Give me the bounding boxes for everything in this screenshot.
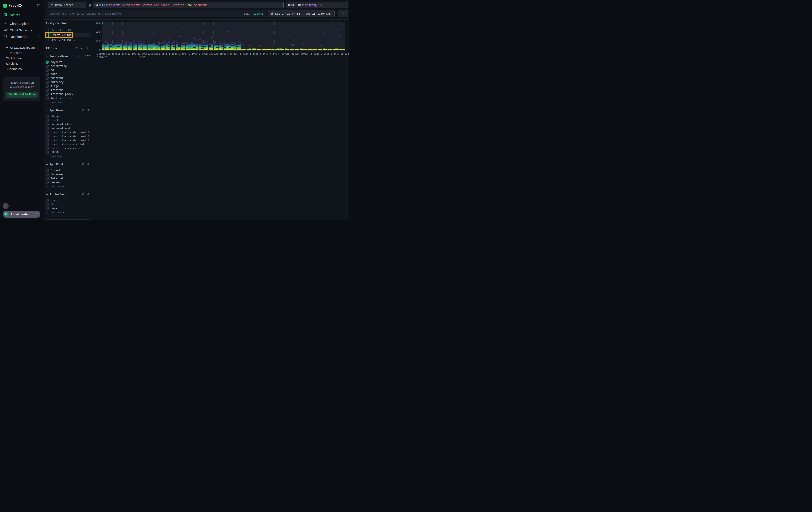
brand[interactable]: HyperDX — [3, 4, 22, 7]
order-by-input[interactable]: ORDER BY Timestamp DESC — [286, 2, 348, 8]
show-more-button[interactable]: Load more — [46, 184, 90, 188]
checkbox[interactable] — [46, 135, 49, 138]
checkbox[interactable] — [46, 115, 49, 118]
filter-option-internal[interactable]: Internal — [46, 176, 90, 180]
filter-option-documentload[interactable]: documentLoad — [46, 126, 90, 130]
filter-group-name[interactable]: StatusCode — [50, 193, 80, 196]
search-input[interactable] — [50, 12, 244, 16]
filter-option-error-the-credit-card[interactable]: Error: The credit card (… — [46, 130, 90, 134]
show-more-button[interactable]: Show more — [46, 154, 90, 158]
collapse-sidebar-icon[interactable] — [37, 4, 40, 7]
clear-all-filters[interactable]: Clear all — [76, 47, 90, 50]
checkbox[interactable] — [46, 89, 49, 92]
checkbox[interactable]: ✓ — [46, 61, 49, 64]
sidebar-item-chart-explorer[interactable]: Chart Explorer — [0, 21, 44, 27]
checkbox[interactable] — [46, 127, 49, 130]
chevron-down-icon[interactable] — [46, 193, 48, 196]
filter-option-consumer[interactable]: Consumer — [46, 172, 90, 176]
pin-icon[interactable] — [77, 55, 80, 58]
checkbox[interactable] — [46, 85, 49, 88]
sidebar-preset-services[interactable]: Services — [0, 61, 44, 66]
filter-option-payment[interactable]: ✓payment — [46, 60, 90, 64]
filter-option-frontend[interactable]: frontend — [46, 88, 90, 92]
sidebar-item-search[interactable]: Search — [0, 11, 44, 18]
search-icon[interactable] — [82, 109, 85, 112]
filter-group-name[interactable]: SpanName — [50, 109, 80, 112]
show-more-button[interactable]: Load more — [46, 210, 90, 214]
clear-filter-button[interactable]: Clear — [82, 55, 90, 58]
checkbox[interactable] — [46, 123, 49, 126]
filter-option-checkout[interactable]: checkout — [46, 76, 90, 80]
user-menu[interactable]: U Local mode — [3, 211, 40, 218]
checkbox[interactable] — [46, 151, 49, 154]
create-dashboard-button[interactable]: Create Dashboard — [0, 45, 44, 50]
chevron-down-icon[interactable] — [46, 163, 48, 166]
pin-icon[interactable] — [87, 163, 90, 166]
analysis-option-event-deltas[interactable]: Event Deltas — [46, 32, 90, 37]
filter-option-currency[interactable]: currency — [46, 80, 90, 84]
chevron-down-icon[interactable] — [46, 55, 48, 57]
filter-group-name[interactable]: ServiceName — [50, 55, 70, 58]
checkbox[interactable] — [46, 77, 49, 80]
run-query-button[interactable] — [338, 10, 348, 17]
checkbox[interactable] — [46, 119, 49, 122]
checkbox[interactable] — [46, 65, 49, 68]
filter-option-eventlistener-error[interactable]: eventListener.error — [46, 146, 90, 150]
get-started-button[interactable]: Get Started for Free — [6, 92, 38, 98]
source-select[interactable]: Demo Traces — [48, 2, 86, 8]
select-clause-input[interactable]: SELECT Timestamp, ServiceName, StatusCod… — [93, 2, 284, 8]
checkbox[interactable] — [46, 177, 49, 180]
filter-option-click[interactable]: click — [46, 118, 90, 122]
checkbox[interactable] — [46, 73, 49, 76]
search-icon[interactable] — [82, 163, 85, 166]
checkbox[interactable] — [46, 93, 49, 96]
filter-option-accounting[interactable]: accounting — [46, 64, 90, 68]
filter-option-flagd[interactable]: flagd — [46, 84, 90, 88]
filter-option-error[interactable]: Error — [46, 198, 90, 203]
filter-option-documentfetch[interactable]: documentFetch — [46, 122, 90, 126]
checkbox[interactable] — [46, 207, 49, 210]
filter-option-server[interactable]: Server — [46, 180, 90, 184]
filter-option-load-generator[interactable]: load-generator — [46, 96, 90, 100]
checkbox[interactable] — [46, 81, 49, 84]
show-more-button[interactable]: Show more — [46, 100, 90, 104]
checkbox[interactable] — [46, 147, 49, 150]
language-sql[interactable]: SQL — [244, 12, 249, 16]
checkbox[interactable] — [46, 173, 49, 176]
filter-option-cart[interactable]: cart — [46, 72, 90, 76]
chevron-down-icon[interactable] — [46, 109, 48, 111]
pin-icon[interactable] — [87, 109, 90, 112]
search-icon[interactable] — [72, 55, 75, 58]
heatmap-canvas[interactable] — [102, 22, 345, 51]
checkbox[interactable] — [46, 203, 49, 206]
filter-option-unset[interactable]: Unset — [46, 206, 90, 210]
filter-option-change[interactable]: change — [46, 114, 90, 118]
time-range-picker[interactable]: Sep 14 22:04:35 - Sep 15 10:04:35 — [268, 10, 335, 17]
checkbox[interactable] — [46, 97, 49, 100]
filter-option-client[interactable]: Client — [46, 168, 90, 172]
sidebar-preset-kubernetes[interactable]: Kubernetes — [0, 66, 44, 72]
filter-option-error-visa-cache-full[interactable]: Error: Visa cache full: … — [46, 142, 90, 146]
checkbox[interactable] — [46, 139, 49, 142]
sidebar-item-client-sessions[interactable]: Client Sessions — [0, 27, 44, 33]
filter-option-error-the-credit-card[interactable]: Error: The credit card (… — [46, 138, 90, 142]
checkbox[interactable] — [46, 143, 49, 146]
checkbox[interactable] — [46, 169, 49, 172]
search-icon[interactable] — [82, 193, 85, 196]
analysis-option-event-patterns[interactable]: Event Patterns — [46, 37, 90, 42]
filter-option-error-the-credit-card[interactable]: Error: The credit card (… — [46, 134, 90, 138]
checkbox[interactable] — [46, 199, 49, 202]
sidebar-preset-clickhouse[interactable]: ClickHouse — [0, 56, 44, 61]
filter-group-name[interactable]: SpanKind — [50, 163, 80, 166]
more-filters-button[interactable]: More filters — [46, 219, 90, 220]
language-lucene[interactable]: Lucene — [254, 12, 263, 16]
analysis-option-results-table[interactable]: Results Table — [46, 28, 90, 32]
filter-option-ok[interactable]: Ok — [46, 203, 90, 206]
chevron-up-icon[interactable] — [37, 35, 40, 38]
presets-toggle[interactable]: PRESETS — [0, 50, 44, 56]
gear-icon[interactable] — [88, 3, 91, 7]
filter-option-ad[interactable]: ad — [46, 68, 90, 72]
checkbox[interactable] — [46, 69, 49, 72]
filter-option-frontend-proxy[interactable]: frontend-proxy — [46, 92, 90, 96]
checkbox[interactable] — [46, 131, 49, 134]
